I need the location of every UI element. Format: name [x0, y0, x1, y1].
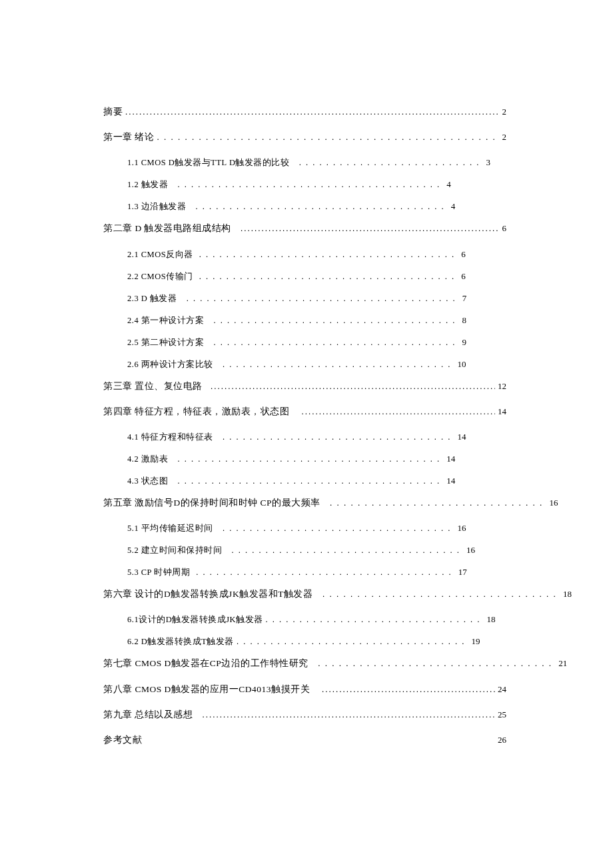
toc-row: 第五章 激励信号D的保持时间和时钟 CP的最大频率 . . . . . . . … [103, 498, 506, 508]
toc-row: 1.2 触发器 . . . . . . . . . . . . . . . . … [103, 179, 506, 190]
toc-row: 6.2 D触发器转换成T触发器 . . . . . . . . . . . . … [103, 636, 506, 647]
toc-page-number: 4 [451, 201, 456, 212]
toc-page-number: 8 [462, 315, 467, 326]
toc-row: 4.2 激励表 . . . . . . . . . . . . . . . . … [103, 454, 506, 464]
toc-page-number: 2 [502, 107, 507, 117]
toc-title: 摘要 [103, 107, 123, 117]
toc-leader: . . . . . . . . . . . . . . . . . . . . … [311, 658, 556, 669]
toc-title: 第五章 激励信号D的保持时间和时钟 CP的最大频率 [103, 498, 320, 508]
toc-title: 5.3 CP 时钟周期 [127, 568, 190, 578]
toc-page-number: 6 [461, 271, 466, 282]
toc-title: 第七章 CMOS D触发器在CP边沿的工作特性研究 [103, 658, 308, 669]
toc-page-number: 7 [462, 293, 467, 304]
toc-page-number: 16 [458, 523, 466, 534]
toc-page-number: 19 [471, 636, 480, 647]
toc-row: 5.3 CP 时钟周期 . . . . . . . . . . . . . . … [103, 567, 506, 578]
toc-page-number: 6 [461, 249, 466, 260]
toc-title: 1.2 触发器 [127, 180, 168, 190]
toc-page-number: 26 [498, 735, 506, 745]
toc-leader: ........................................… [211, 381, 495, 392]
toc-title: 2.5 第二种设计方案 [127, 338, 204, 348]
toc-leader: . . . . . . . . . . . . . . . . . . . . … [196, 250, 459, 260]
toc-leader: . . . . . . . . . . . . . . . . . . . . … [323, 498, 547, 508]
toc-page-number: 4 [446, 179, 451, 190]
toc-leader: . . . . . . . . . . . . . . . . . . . . … [216, 524, 455, 534]
toc-title: 4.2 激励表 [127, 454, 168, 464]
toc-leader: . . . . . . . . . . . . . . . . . . . . … [237, 637, 469, 647]
toc-row: 第三章 置位、复位电路 ............................… [103, 381, 506, 392]
toc-leader: . . . . . . . . . . . . . . . . . . . . … [216, 360, 455, 370]
toc-title: 5.1 平均传输延迟时间 [127, 524, 213, 534]
toc-title: 4.1 特征方程和特征表 [127, 432, 213, 442]
toc-title: 第八章 CMOS D触发器的应用一CD4013触摸开关 [103, 684, 310, 695]
toc-title: 1.1 CMOS D触发器与TTL D触发器的比较 [127, 158, 289, 168]
toc-row: 1.3 边沿触发器 . . . . . . . . . . . . . . . … [103, 201, 506, 212]
toc-leader: ........................................… [322, 684, 495, 695]
toc-row: 第六章 设计的D触发器转换成JK触发器和T触发器 . . . . . . . .… [103, 589, 506, 600]
toc-leader: . . . . . . . . . . . . . . . . . . . . … [171, 476, 444, 486]
toc-row: 第一章 绪论 . . . . . . . . . . . . . . . . .… [103, 132, 506, 143]
toc-page: 摘要 .....................................… [0, 0, 613, 868]
toc-title: 参考文献 [103, 735, 142, 745]
toc-title: 6.2 D触发器转换成T触发器 [127, 637, 234, 647]
toc-leader: . . . . . . . . . . . . . . . . . . . . … [266, 615, 484, 625]
toc-row: 摘要 .....................................… [103, 107, 506, 117]
toc-title: 2.3 D 触发器 [127, 294, 177, 304]
toc-page-number: 14 [458, 432, 466, 442]
toc-leader: . . . . . . . . . . . . . . . . . . . . … [225, 546, 464, 556]
toc-row: 第九章 总结以及感想 .............................… [103, 709, 506, 720]
toc-leader: . . . . . . . . . . . . . . . . . . . . … [171, 454, 444, 464]
toc-page-number: 14 [446, 476, 455, 486]
toc-row: 2.1 CMOS反向器 . . . . . . . . . . . . . . … [103, 249, 506, 260]
toc-title: 第九章 总结以及感想 [103, 709, 193, 720]
toc-row: 第四章 特征方程，特征表，激励表，状态图 ...................… [103, 406, 506, 417]
toc-row: 4.1 特征方程和特征表 . . . . . . . . . . . . . .… [103, 432, 506, 442]
toc-title: 6.1设计的D触发器转换成JK触发器 [127, 615, 263, 625]
toc-leader: ........................................… [202, 709, 495, 720]
toc-page-number: 24 [498, 684, 506, 695]
toc-leader: ........................................… [301, 406, 495, 417]
toc-title: 1.3 边沿触发器 [127, 202, 186, 212]
toc-row: 5.2 建立时间和保持时间 . . . . . . . . . . . . . … [103, 545, 506, 556]
toc-row: 6.1设计的D触发器转换成JK触发器 . . . . . . . . . . .… [103, 614, 506, 625]
toc-row: 参考文献 26 [103, 735, 506, 745]
toc-row: 2.3 D 触发器 . . . . . . . . . . . . . . . … [103, 293, 506, 304]
toc-page-number: 18 [563, 589, 572, 600]
toc-leader: . . . . . . . . . . . . . . . . . . . . … [207, 338, 459, 348]
toc-page-number: 21 [558, 658, 567, 669]
toc-title: 第六章 设计的D触发器转换成JK触发器和T触发器 [103, 589, 312, 600]
toc-page-number: 16 [550, 498, 558, 508]
toc-title: 2.1 CMOS反向器 [127, 250, 193, 260]
toc-title: 4.3 状态图 [127, 476, 168, 486]
toc-title: 5.2 建立时间和保持时间 [127, 546, 222, 556]
toc-leader: . . . . . . . . . . . . . . . . . . . . … [216, 432, 455, 442]
toc-row: 1.1 CMOS D触发器与TTL D触发器的比较 . . . . . . . … [103, 157, 506, 168]
toc-page-number: 17 [458, 567, 467, 578]
toc-page-number: 6 [502, 223, 507, 234]
toc-row: 2.6 两种设计方案比较 . . . . . . . . . . . . . .… [103, 359, 506, 370]
toc-title: 2.6 两种设计方案比较 [127, 360, 213, 370]
toc-leader: . . . . . . . . . . . . . . . . . . . . … [157, 132, 499, 143]
toc-leader: . . . . . . . . . . . . . . . . . . . . … [315, 589, 560, 600]
toc-title: 第四章 特征方程，特征表，激励表，状态图 [103, 406, 289, 417]
toc-leader: . . . . . . . . . . . . . . . . . . . . … [207, 316, 459, 326]
toc-title: 2.2 CMOS传输门 [127, 272, 193, 282]
toc-row: 2.5 第二种设计方案 . . . . . . . . . . . . . . … [103, 337, 506, 348]
toc-leader: . . . . . . . . . . . . . . . . . . . . … [179, 294, 459, 304]
toc-row: 2.2 CMOS传输门 . . . . . . . . . . . . . . … [103, 271, 506, 282]
toc-row: 第七章 CMOS D触发器在CP边沿的工作特性研究 . . . . . . . … [103, 658, 506, 669]
toc-page-number: 12 [498, 381, 506, 392]
toc-title: 第三章 置位、复位电路 [103, 381, 203, 392]
toc-row: 第二章 D 触发器电路组成结构 ........................… [103, 223, 506, 234]
toc-page-number: 14 [498, 406, 506, 417]
toc-page-number: 10 [458, 359, 466, 370]
toc-leader: . . . . . . . . . . . . . . . . . . . . … [189, 202, 448, 212]
toc-row: 5.1 平均传输延迟时间 . . . . . . . . . . . . . .… [103, 523, 506, 534]
toc-leader: . . . . . . . . . . . . . . . . . . . . … [193, 568, 456, 578]
toc-page-number: 2 [502, 132, 507, 143]
toc-row: 4.3 状态图 . . . . . . . . . . . . . . . . … [103, 476, 506, 486]
toc-leader: . . . . . . . . . . . . . . . . . . . . … [292, 158, 483, 168]
toc-page-number: 14 [446, 454, 455, 464]
toc-row: 2.4 第一种设计方案 . . . . . . . . . . . . . . … [103, 315, 506, 326]
toc-leader: . . . . . . . . . . . . . . . . . . . . … [196, 272, 459, 282]
